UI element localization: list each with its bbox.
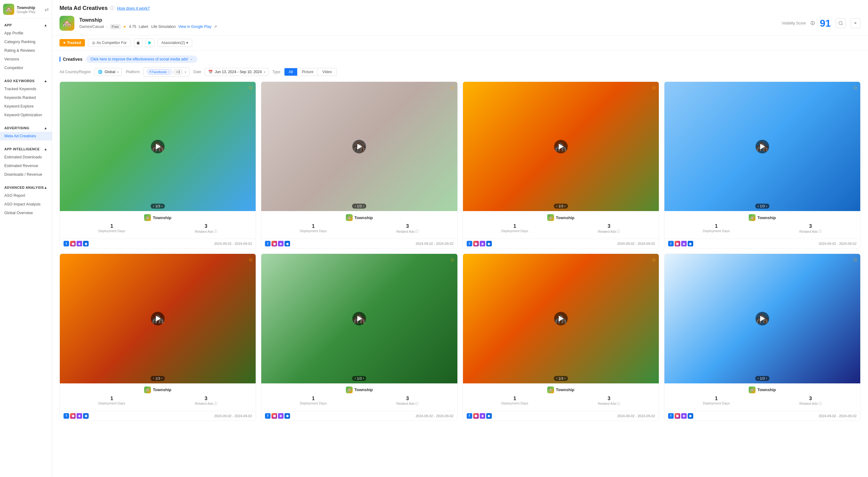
related-ads-help-icon[interactable]: ⓘ bbox=[617, 401, 620, 406]
sidebar-item-keyword-explore[interactable]: Keyword Explore bbox=[0, 102, 52, 111]
favorite-star-icon[interactable]: ☆ bbox=[248, 84, 253, 91]
sidebar-item-aso-impact[interactable]: ASO Impact Analysis bbox=[0, 200, 52, 209]
favorite-star-icon[interactable]: ☆ bbox=[248, 256, 253, 263]
favorite-star-icon[interactable]: ☆ bbox=[853, 84, 858, 91]
visibility-score-help-icon[interactable]: ⓘ bbox=[811, 21, 815, 26]
related-ads-help-icon[interactable]: ⓘ bbox=[214, 401, 217, 406]
sidebar-item-estimated-revenue[interactable]: Estimated Revenue bbox=[0, 161, 52, 170]
sidebar-section-advertising[interactable]: Advertising ▲ bbox=[0, 124, 52, 132]
related-ads-label: Related Ads ⓘ bbox=[396, 229, 418, 234]
type-filter-label: Type bbox=[272, 70, 280, 74]
related-ads-help-icon[interactable]: ⓘ bbox=[415, 401, 418, 406]
next-page-arrow[interactable]: › bbox=[161, 377, 162, 380]
prev-page-arrow[interactable]: ‹ bbox=[354, 377, 355, 380]
next-page-arrow[interactable]: › bbox=[363, 205, 364, 208]
sidebar-section-app[interactable]: APP ▲ bbox=[0, 21, 52, 29]
how-does-it-work-link[interactable]: How does it work? bbox=[117, 6, 150, 10]
sidebar-section-aso[interactable]: ASO Keywords ▲ bbox=[0, 77, 52, 85]
search-button-header[interactable] bbox=[836, 18, 846, 28]
country-filter-dropdown[interactable]: 🌐 Global ▾ bbox=[94, 68, 122, 76]
next-page-arrow[interactable]: › bbox=[363, 377, 364, 380]
sidebar-toggle-icon[interactable]: ⇄ bbox=[44, 6, 49, 12]
related-ads-help-icon[interactable]: ⓘ bbox=[818, 401, 822, 406]
play-button[interactable] bbox=[554, 140, 568, 153]
related-ads-help-icon[interactable]: ⓘ bbox=[415, 229, 418, 234]
sidebar-item-estimated-downloads[interactable]: Estimated Downloads bbox=[0, 153, 52, 161]
play-button[interactable] bbox=[755, 312, 769, 325]
favorite-star-icon[interactable]: ☆ bbox=[853, 256, 858, 263]
sidebar-item-tracked-keywords[interactable]: Tracked Keywords bbox=[0, 85, 52, 93]
favorite-star-icon[interactable]: ☆ bbox=[450, 256, 455, 263]
prev-page-arrow[interactable]: ‹ bbox=[758, 205, 758, 208]
sidebar-item-downloads-revenue[interactable]: Downloads / Revenue bbox=[0, 170, 52, 179]
next-page-arrow[interactable]: › bbox=[564, 205, 565, 208]
sidebar-item-keyword-optimization[interactable]: Keyword Optimization bbox=[0, 111, 52, 119]
prev-page-arrow[interactable]: ‹ bbox=[153, 205, 154, 208]
type-btn-picture[interactable]: Picture bbox=[298, 68, 318, 76]
creatives-tab[interactable]: Creatives bbox=[60, 57, 83, 62]
type-btn-all[interactable]: All bbox=[284, 68, 298, 76]
play-button[interactable] bbox=[352, 312, 366, 325]
next-page-arrow[interactable]: › bbox=[161, 205, 162, 208]
social-platform-icons: f ▣ ◈ ◉ bbox=[265, 241, 290, 246]
social-platform-icons: f ▣ ◈ ◉ bbox=[64, 413, 89, 419]
ad-card-app-icon: 🏘️ bbox=[346, 214, 353, 221]
deployment-days-label: Deployment Days bbox=[703, 229, 730, 233]
related-ads-help-icon[interactable]: ⓘ bbox=[214, 229, 217, 234]
android-platform-icon[interactable] bbox=[146, 38, 154, 47]
prev-page-arrow[interactable]: ‹ bbox=[354, 205, 355, 208]
sidebar-item-keywords-ranked[interactable]: Keywords Ranked bbox=[0, 93, 52, 102]
pagination-text: 1/3 bbox=[558, 204, 563, 208]
prev-page-arrow[interactable]: ‹ bbox=[556, 377, 557, 380]
prev-page-arrow[interactable]: ‹ bbox=[556, 205, 557, 208]
app-meta-bar: 🏘️ Township Games/Casual | Free ★ 4.75 L… bbox=[60, 16, 861, 35]
sidebar-section-intelligence[interactable]: App Intelligence ▲ bbox=[0, 145, 52, 153]
apple-platform-icon[interactable] bbox=[134, 38, 143, 47]
type-filter-buttons: All Picture Video bbox=[284, 68, 337, 76]
favorite-star-icon[interactable]: ☆ bbox=[651, 256, 656, 263]
view-in-google-play-link[interactable]: View in Google Play bbox=[178, 25, 211, 29]
sidebar-item-app-profile[interactable]: App Profile bbox=[0, 29, 52, 37]
date-filter-dropdown[interactable]: 📅 Jun 13, 2024 - Sep 10, 2024 ▾ bbox=[205, 68, 268, 76]
help-icon[interactable]: ⓘ bbox=[110, 6, 114, 11]
next-page-arrow[interactable]: › bbox=[766, 205, 767, 208]
ad-stats-row: 1 Deployment Days 3 Related Ads ⓘ bbox=[467, 396, 655, 406]
sidebar-item-category-ranking[interactable]: Category Ranking bbox=[0, 37, 52, 46]
remove-facebook-tag[interactable]: × bbox=[167, 70, 169, 74]
play-button[interactable] bbox=[352, 140, 366, 153]
sidebar-item-aso-report[interactable]: ASO Report bbox=[0, 191, 52, 200]
related-ads-help-icon[interactable]: ⓘ bbox=[818, 229, 822, 234]
related-ads-label: Related Ads ⓘ bbox=[799, 401, 822, 406]
ad-card-app-name: Township bbox=[556, 215, 575, 220]
next-page-arrow[interactable]: › bbox=[564, 377, 565, 380]
platform-filter-dropdown[interactable]: f Facebook × +3 ▾ bbox=[144, 67, 190, 77]
association-button[interactable]: Association(2) ▾ bbox=[157, 39, 192, 47]
sidebar-section-advanced[interactable]: Advanced Analysis ▲ bbox=[0, 184, 52, 191]
tracked-button[interactable]: ♥ Tracked bbox=[60, 39, 85, 47]
next-page-arrow[interactable]: › bbox=[766, 377, 767, 380]
type-btn-video[interactable]: Video bbox=[318, 68, 336, 76]
improve-ads-button[interactable]: Click here to improve the effectiveness … bbox=[86, 56, 197, 63]
chevron-down-icon: ▾ bbox=[186, 40, 188, 45]
chevron-down-icon-platform: ▾ bbox=[185, 70, 186, 74]
play-button[interactable] bbox=[151, 312, 164, 325]
pagination-indicator: ‹ 1/3 › bbox=[554, 376, 568, 381]
sidebar-item-meta-ad-creatives[interactable]: Meta Ad Creatives bbox=[0, 132, 52, 141]
prev-page-arrow[interactable]: ‹ bbox=[153, 377, 154, 380]
ad-card-body: 🏘️ Township 1 Deployment Days 3 Related … bbox=[463, 211, 659, 239]
sidebar-item-rating-reviews[interactable]: Rating & Reviews bbox=[0, 46, 52, 55]
related-ads-help-icon[interactable]: ⓘ bbox=[617, 229, 620, 234]
favorite-star-icon[interactable]: ☆ bbox=[450, 84, 455, 91]
calendar-icon: 📅 bbox=[208, 70, 213, 74]
competitor-button[interactable]: ◎ As Competitor For bbox=[88, 39, 131, 47]
ad-footer: f ▣ ◈ ◉ 2024-09-02 - 2024-09-02 bbox=[664, 239, 860, 248]
play-button[interactable] bbox=[755, 140, 769, 153]
sidebar-item-global-overview[interactable]: Global Overview bbox=[0, 209, 52, 217]
prev-page-arrow[interactable]: ‹ bbox=[758, 377, 758, 380]
compare-button-header[interactable] bbox=[850, 18, 861, 28]
sidebar-item-competitor[interactable]: Competitor bbox=[0, 63, 52, 72]
play-button[interactable] bbox=[554, 312, 568, 325]
favorite-star-icon[interactable]: ☆ bbox=[651, 84, 656, 91]
play-button[interactable] bbox=[151, 140, 164, 153]
sidebar-item-versions[interactable]: Versions bbox=[0, 55, 52, 63]
